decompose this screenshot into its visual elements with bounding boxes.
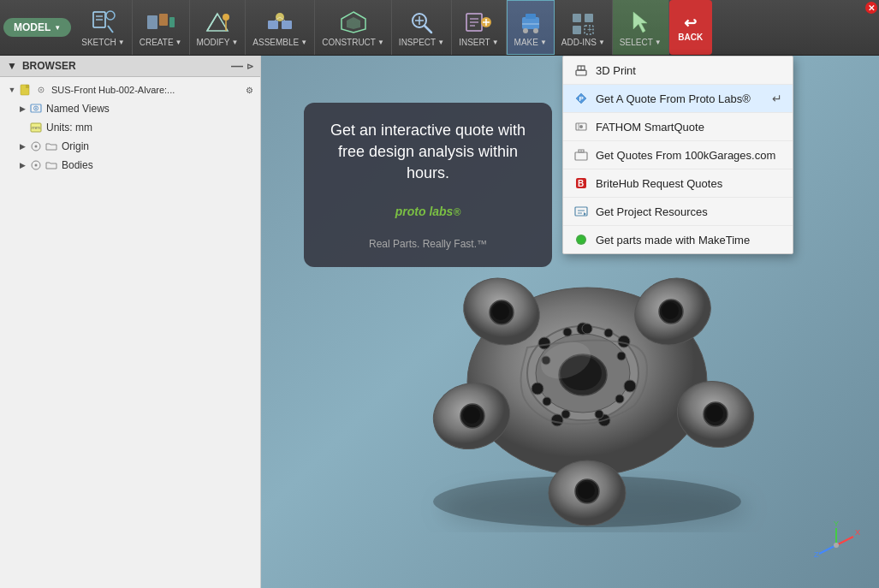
3dprint-label: 3D Print <box>596 64 636 77</box>
close-icon[interactable]: ✕ <box>865 2 877 14</box>
dropdown-item-britehub[interactable]: B BriteHub Request Quotes <box>563 169 793 198</box>
dropdown-item-100k[interactable]: Get Quotes From 100kGarages.com <box>563 141 793 169</box>
model-dropdown-arrow: ▼ <box>54 24 61 32</box>
svg-point-69 <box>617 352 626 360</box>
dropdown-item-protolabs[interactable]: P Get A Quote From Proto Labs® ↵ <box>563 85 793 113</box>
addins-section[interactable]: + ADD-INS ▼ <box>555 0 613 55</box>
construct-section[interactable]: CONSTRUCT ▼ <box>315 0 392 55</box>
sketch-section[interactable]: SKETCH ▼ <box>74 0 132 55</box>
insert-icon <box>463 9 494 36</box>
svg-point-68 <box>604 329 613 337</box>
make-icons <box>515 9 546 36</box>
svg-point-47 <box>35 108 37 110</box>
svg-line-92 <box>836 537 853 545</box>
assemble-icon <box>264 9 295 36</box>
bodies-folder-icon <box>45 158 58 172</box>
insert-label: INSERT ▼ <box>459 38 498 47</box>
named-views-item[interactable]: ▶ Named Views <box>0 99 260 118</box>
addins-icons: + <box>567 9 598 36</box>
svg-line-96 <box>819 545 836 554</box>
browser-collapse-icon[interactable]: — <box>231 59 243 73</box>
dropdown-item-3dprint[interactable]: 3D Print <box>563 56 793 85</box>
browser-expand-icon[interactable]: ▼ <box>7 60 17 72</box>
svg-line-20 <box>425 26 431 33</box>
svg-marker-115 <box>584 212 586 216</box>
britehub-icon: B <box>573 175 589 191</box>
select-section[interactable]: SELECT ▼ <box>613 0 669 55</box>
bodies-circle-icon <box>29 158 43 172</box>
back-button[interactable]: ↩ BACK ✕ <box>669 0 712 55</box>
sketch-icons <box>90 9 117 36</box>
inspect-label: INSPECT ▼ <box>399 38 444 47</box>
maketime-label: Get parts made with MakeTime <box>596 234 750 246</box>
svg-point-72 <box>561 410 570 419</box>
protolabs-label: Get A Quote From Proto Labs® <box>596 92 751 105</box>
settings-btn[interactable]: ⚙ <box>246 86 253 95</box>
select-icon <box>625 9 656 36</box>
bodies-item[interactable]: ▶ Bodies <box>0 156 260 175</box>
units-label: Units: mm <box>46 122 92 134</box>
resources-icon <box>573 204 589 219</box>
browser-header: ▼ BROWSER — ⊳ <box>0 56 260 77</box>
dropdown-item-resources[interactable]: Get Project Resources <box>563 198 793 226</box>
construct-label: CONSTRUCT ▼ <box>322 38 384 47</box>
svg-point-78 <box>662 302 679 319</box>
back-arrow-icon: ↩ <box>684 14 697 33</box>
sketch-icon <box>90 9 117 36</box>
svg-rect-107 <box>575 152 587 160</box>
create-label: CREATE ▼ <box>140 38 182 47</box>
bodies-arrow: ▶ <box>17 160 27 170</box>
svg-point-106 <box>579 125 583 128</box>
protolabs-icon: P <box>573 91 589 106</box>
svg-point-3 <box>106 11 115 20</box>
origin-arrow: ▶ <box>17 141 27 151</box>
inspect-section[interactable]: INSPECT ▼ <box>392 0 452 55</box>
tree-root-item[interactable]: ▼ SUS-Front Hub-002-Alvare:... ⚙ <box>0 80 260 99</box>
svg-rect-99 <box>576 70 586 75</box>
checkmark-icon: ↵ <box>772 92 782 105</box>
100k-label: Get Quotes From 100kGarages.com <box>596 149 775 162</box>
dropdown-item-maketime[interactable]: Get parts made with MakeTime <box>563 226 793 253</box>
axes-gizmo: X Y Z <box>811 520 862 571</box>
insert-icons <box>463 9 494 36</box>
svg-rect-36 <box>585 14 593 22</box>
model-selector[interactable]: MODEL ▼ <box>3 18 71 37</box>
svg-point-81 <box>706 405 723 422</box>
addins-label: ADD-INS ▼ <box>561 38 605 47</box>
origin-item[interactable]: ▶ Origin <box>0 137 260 156</box>
make-section[interactable]: MAKE ▼ <box>507 0 555 55</box>
svg-point-67 <box>582 324 592 334</box>
create-section[interactable]: CREATE ▼ <box>133 0 190 55</box>
svg-point-10 <box>223 14 229 21</box>
svg-point-71 <box>595 410 603 419</box>
browser-content: ▼ SUS-Front Hub-002-Alvare:... ⚙ ▶ <box>0 77 260 178</box>
100k-icon <box>573 147 589 163</box>
origin-circle-icon <box>29 140 43 153</box>
svg-point-33 <box>533 28 538 33</box>
svg-point-90 <box>492 303 509 320</box>
svg-text:+: + <box>587 25 592 34</box>
proto-labs-ad[interactable]: Get an interactive quote with free desig… <box>304 103 552 267</box>
modify-section[interactable]: MODIFY ▼ <box>190 0 246 55</box>
assemble-icons <box>264 9 295 36</box>
svg-marker-40 <box>633 12 647 33</box>
proto-labs-sub: Real Parts. Really Fast.™ <box>321 238 535 250</box>
svg-point-73 <box>543 397 551 406</box>
assemble-section[interactable]: ASSEMBLE ▼ <box>246 0 315 55</box>
dropdown-item-fathom[interactable]: FATHOM SmartQuote <box>563 113 793 141</box>
file-icon <box>19 83 33 97</box>
settings-icon <box>34 83 48 97</box>
browser-expand-right-icon[interactable]: ⊳ <box>246 62 253 71</box>
proto-labs-logo: proto labs® <box>321 199 535 235</box>
units-item[interactable]: mm Units: mm <box>0 118 260 137</box>
svg-text:Y: Y <box>834 520 839 528</box>
svg-line-9 <box>207 14 217 31</box>
svg-rect-6 <box>159 14 168 26</box>
root-file-name: SUS-Front Hub-002-Alvare:... <box>51 85 246 95</box>
svg-rect-12 <box>268 21 278 29</box>
named-views-icon <box>29 102 43 116</box>
svg-point-62 <box>624 380 636 392</box>
svg-point-32 <box>523 28 528 33</box>
insert-section[interactable]: INSERT ▼ <box>452 0 506 55</box>
fathom-label: FATHOM SmartQuote <box>596 121 704 134</box>
